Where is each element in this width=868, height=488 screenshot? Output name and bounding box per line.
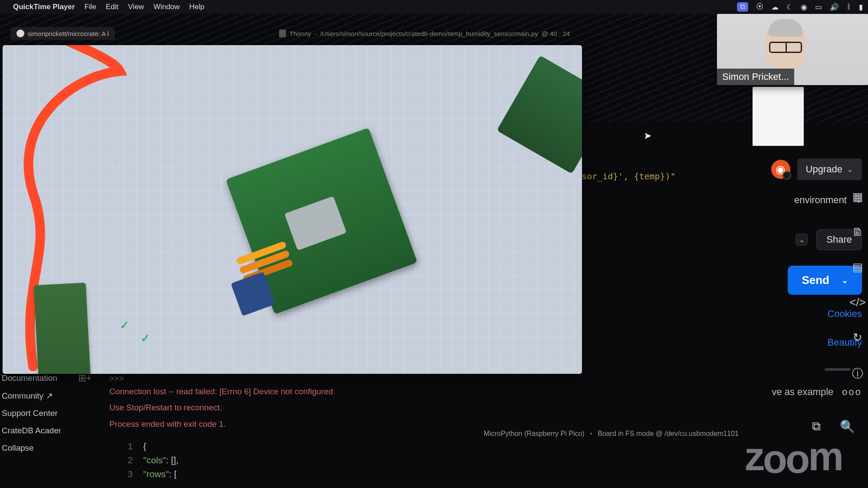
browser-tab-github[interactable]: simonprickett/microcrate: A l: [10, 27, 115, 40]
moon-icon[interactable]: ☾: [786, 3, 793, 12]
editor-app-name: Thonny: [289, 30, 311, 37]
document-icon: [279, 30, 286, 37]
save-as-example[interactable]: ve as example ooo: [772, 386, 862, 398]
status-interpreter: MicroPython (Raspberry Pi Pico): [484, 430, 585, 437]
volume-icon[interactable]: 🔊: [830, 3, 839, 12]
ubuntu-badge-icon[interactable]: ◉: [771, 160, 790, 179]
panel-icon[interactable]: ▦: [852, 190, 863, 204]
search-icon[interactable]: 🔍: [840, 419, 855, 434]
copy-icon[interactable]: ⧉: [812, 419, 821, 434]
glasses-icon: [769, 42, 802, 53]
raspberry-pi-pico-small: [34, 283, 92, 374]
app-title[interactable]: QuickTime Player: [13, 3, 75, 11]
menu-file[interactable]: File: [84, 3, 96, 11]
shell-prompt: >>>: [109, 373, 739, 385]
more-options-icon[interactable]: ooo: [842, 386, 862, 398]
refresh-icon[interactable]: ↻: [853, 331, 862, 344]
mouse-cursor-icon: ➤: [644, 130, 651, 142]
menu-window[interactable]: Window: [154, 3, 180, 11]
upgrade-button[interactable]: Upgrade⌄: [797, 158, 862, 180]
zoom-participant-tile[interactable]: Simon Pricket...: [717, 14, 868, 85]
shell-line: Process ended with exit code 1.: [109, 418, 739, 430]
menu-edit[interactable]: Edit: [106, 3, 118, 11]
github-icon: [16, 30, 24, 37]
shell-line: Use Stop/Restart to reconnect.: [109, 402, 739, 414]
zoom-watermark: zoom: [745, 434, 842, 479]
shell-terminal[interactable]: >>> Connection lost -- read failed: [Err…: [109, 373, 739, 430]
collection-icon[interactable]: ▤: [852, 260, 863, 274]
dropdown-icon[interactable]: ⌄: [796, 234, 808, 246]
menu-view[interactable]: View: [128, 3, 144, 11]
status-board: Board in FS mode @ /dev/cu.usbmodem1101: [598, 430, 739, 437]
line-number-gutter: 1 2 3: [108, 441, 143, 483]
mac-menubar: QuickTime Player File Edit View Window H…: [0, 0, 868, 14]
document-icon[interactable]: 🗎: [852, 225, 863, 239]
screen-share-indicator-icon[interactable]: ⧉: [737, 2, 748, 12]
sync-icon[interactable]: ◉: [801, 3, 807, 12]
tab-title: simonprickett/microcrate: A l: [28, 30, 109, 37]
upgrade-area: ◉ Upgrade⌄: [771, 158, 862, 180]
response-action-icons: ⧉ 🔍: [812, 419, 855, 434]
grid-add-icon[interactable]: ⊞+: [78, 373, 92, 384]
response-json-area[interactable]: 1 2 3 { "cols": [], "rows": [: [108, 441, 716, 483]
sidebar-item-academy[interactable]: CrateDB Academy: [0, 422, 61, 439]
display-icon[interactable]: ▭: [815, 3, 822, 12]
participant-name-label: Simon Pricket...: [717, 69, 794, 85]
editor-status-bar: MicroPython (Raspberry Pi Pico) • Board …: [109, 430, 739, 442]
menu-help[interactable]: Help: [189, 3, 204, 11]
sidebar-item-collapse[interactable]: Collapse: [0, 439, 61, 457]
chevron-down-icon: ⌄: [847, 165, 853, 174]
left-sidebar: Documentation↗ Community↗ Support Center…: [0, 369, 61, 457]
bluetooth-icon[interactable]: ᛒ: [847, 3, 851, 11]
editor-title-bar: Thonny - /Users/simon/source/projects/cr…: [279, 30, 570, 37]
code-fragment: sor_id}', {temp})": [582, 171, 676, 181]
code-icon[interactable]: </>: [849, 296, 866, 309]
audio-wave-icon[interactable]: ⦿: [756, 3, 763, 11]
zoom-thumbnail-secondary[interactable]: [753, 87, 804, 146]
json-code-body: { "cols": [], "rows": [: [143, 441, 178, 483]
shell-line: Connection lost -- read failed: [Errno 6…: [109, 386, 739, 398]
quicktime-camera-window[interactable]: ✓ ✓: [3, 45, 582, 374]
checkmark-icon: ✓: [120, 319, 129, 332]
checkmark-icon: ✓: [141, 332, 150, 345]
editor-file-path: /Users/simon/source/projects/cratedb-dem…: [320, 30, 538, 37]
battery-icon[interactable]: ▮: [859, 3, 863, 12]
drag-handle[interactable]: [825, 368, 851, 371]
side-icon-strip: ▦ 🗎 ▤ </> ↻ ⓘ: [847, 190, 868, 381]
menubar-right-icons: ⧉ ⦿ ☁ ☾ ◉ ▭ 🔊 ᛒ ▮: [737, 2, 863, 12]
cloud-icon[interactable]: ☁: [771, 3, 779, 12]
sidebar-item-community[interactable]: Community↗: [0, 387, 61, 405]
editor-cursor-pos: @ 40 : 24: [542, 30, 570, 37]
sidebar-item-support[interactable]: Support Center: [0, 405, 61, 422]
info-icon[interactable]: ⓘ: [852, 366, 863, 381]
